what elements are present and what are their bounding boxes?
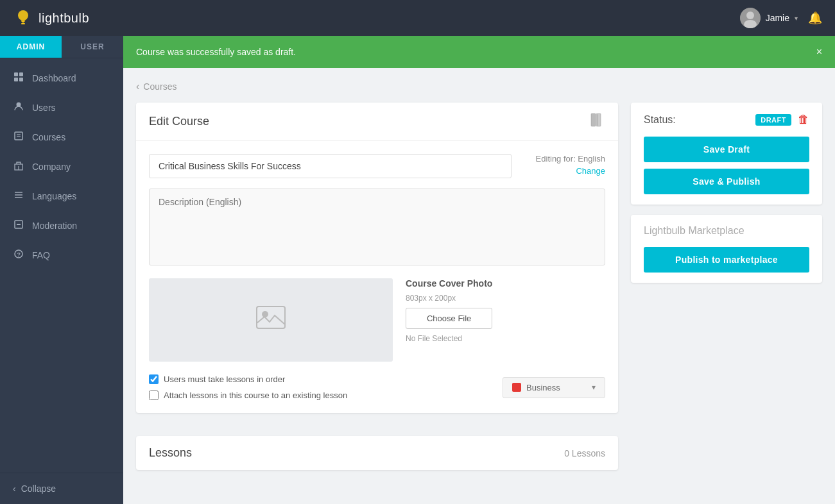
delete-course-icon[interactable]: 🗑 [798, 113, 809, 126]
checkbox-attach-input[interactable] [149, 391, 159, 400]
avatar [740, 8, 761, 28]
sidebar-item-company[interactable]: Company [0, 152, 123, 181]
sidebar-tabs: ADMIN USER [0, 36, 123, 58]
category-dropdown[interactable]: Business ▾ [503, 377, 605, 398]
faq-icon: ? [13, 249, 24, 262]
course-name-input[interactable] [149, 154, 512, 178]
left-column: Edit Course [136, 103, 618, 470]
collapse-button[interactable]: ‹ Collapse [0, 473, 123, 504]
lessons-count: 0 Lessons [564, 448, 605, 458]
change-language-link[interactable]: Change [522, 166, 605, 176]
notification-bell-icon[interactable]: 🔔 [808, 11, 822, 25]
svg-rect-5 [14, 72, 18, 76]
choose-file-button[interactable]: Choose File [406, 308, 492, 329]
sidebar-item-languages-label: Languages [32, 191, 76, 201]
svg-rect-8 [19, 78, 23, 81]
breadcrumb-arrow-icon: ‹ [136, 81, 139, 92]
sidebar-tab-user[interactable]: USER [62, 36, 123, 58]
dropdown-arrow-icon: ▾ [592, 383, 596, 392]
users-icon [13, 101, 24, 114]
edit-course-body: Editing for: English Change [136, 141, 618, 413]
books-icon [590, 113, 605, 130]
app-name: lightbulb [39, 11, 89, 26]
svg-point-3 [746, 12, 754, 19]
marketplace-card-body: Lightbulb Marketplace Publish to marketp… [631, 215, 822, 283]
sidebar-item-dashboard[interactable]: Dashboard [0, 63, 123, 93]
editing-for-section: Editing for: English Change [522, 154, 605, 176]
svg-rect-22 [591, 113, 596, 126]
breadcrumb-label: Courses [143, 81, 176, 92]
svg-rect-24 [597, 114, 598, 126]
photo-placeholder-icon [255, 303, 287, 337]
status-badge-row: DRAFT 🗑 [755, 113, 809, 126]
checkboxes-row: Users must take lessons in order Attach … [149, 374, 605, 400]
marketplace-title: Lightbulb Marketplace [644, 225, 809, 237]
company-icon [13, 160, 24, 173]
editing-for-label: Editing for: English [522, 154, 605, 164]
cover-photo-placeholder [149, 278, 393, 362]
lessons-title: Lessons [149, 446, 192, 460]
alert-message: Course was successfully saved as draft. [136, 47, 296, 57]
svg-rect-7 [14, 78, 18, 81]
user-menu[interactable]: Jamie ▾ [740, 8, 798, 28]
edit-course-title: Edit Course [149, 115, 209, 128]
topbar-right: Jamie ▾ 🔔 [740, 8, 822, 28]
alert-close-button[interactable]: × [816, 46, 822, 58]
checkbox-order-label: Users must take lessons in order [164, 374, 285, 384]
category-color-swatch [512, 383, 521, 392]
svg-point-26 [262, 311, 268, 317]
edit-course-card: Edit Course [136, 103, 618, 413]
collapse-label: Collapse [21, 483, 56, 494]
status-label: Status: [644, 114, 676, 126]
lessons-card: Lessons 0 Lessons [136, 436, 618, 470]
user-chevron-icon: ▾ [795, 15, 798, 22]
svg-rect-10 [15, 132, 22, 140]
sidebar-item-moderation[interactable]: Moderation [0, 211, 123, 240]
alert-banner: Course was successfully saved as draft. … [123, 36, 835, 68]
right-sidebar: Status: DRAFT 🗑 Save Draft Save & Publis… [631, 103, 822, 283]
languages-icon [13, 190, 24, 203]
sidebar-nav: Dashboard Users Courses Company [0, 58, 123, 473]
sidebar: ADMIN USER Dashboard Users Courses [0, 36, 123, 504]
sidebar-item-languages[interactable]: Languages [0, 181, 123, 211]
sidebar-item-dashboard-label: Dashboard [32, 73, 76, 83]
topbar: lightbulb Jamie ▾ 🔔 [0, 0, 835, 36]
courses-icon [13, 131, 24, 144]
save-draft-button[interactable]: Save Draft [644, 137, 809, 162]
course-name-row: Editing for: English Change [149, 154, 605, 178]
svg-rect-1 [21, 23, 25, 24]
checkbox-order-item: Users must take lessons in order [149, 374, 347, 384]
sidebar-item-faq[interactable]: ? FAQ [0, 240, 123, 270]
category-label: Business [526, 383, 587, 392]
checkbox-attach-label: Attach lessons in this course to an exis… [164, 391, 347, 400]
sidebar-item-courses-label: Courses [32, 132, 65, 142]
dashboard-icon [13, 72, 24, 85]
status-card-body: Status: DRAFT 🗑 Save Draft Save & Publis… [631, 103, 822, 205]
svg-text:?: ? [17, 251, 21, 258]
cover-photo-info: Course Cover Photo 803px x 200px Choose … [406, 278, 492, 343]
content-grid: Edit Course [136, 103, 822, 470]
collapse-arrow-icon: ‹ [13, 483, 16, 494]
moderation-icon [13, 219, 24, 232]
checkboxes-left: Users must take lessons in order Attach … [149, 374, 347, 400]
breadcrumb[interactable]: ‹ Courses [136, 81, 822, 92]
sidebar-item-courses[interactable]: Courses [0, 122, 123, 152]
cover-photo-title: Course Cover Photo [406, 278, 492, 289]
logo-icon [13, 8, 33, 28]
edit-course-header: Edit Course [136, 103, 618, 141]
sidebar-tab-admin[interactable]: ADMIN [0, 36, 62, 58]
publish-marketplace-button[interactable]: Publish to marketplace [644, 247, 809, 273]
sidebar-item-users[interactable]: Users [0, 93, 123, 122]
cover-photo-row: Course Cover Photo 803px x 200px Choose … [149, 278, 605, 362]
checkbox-order-input[interactable] [149, 374, 159, 384]
draft-badge: DRAFT [755, 114, 791, 126]
sidebar-item-company-label: Company [32, 162, 71, 172]
description-textarea[interactable] [149, 189, 605, 265]
svg-point-0 [18, 10, 28, 21]
save-publish-button[interactable]: Save & Publish [644, 169, 809, 194]
main-layout: ADMIN USER Dashboard Users Courses [0, 36, 835, 504]
content-area: ‹ Courses Edit Course [123, 68, 835, 504]
sidebar-item-moderation-label: Moderation [32, 221, 77, 231]
main-content: Course was successfully saved as draft. … [123, 36, 835, 504]
sidebar-item-faq-label: FAQ [32, 250, 50, 260]
